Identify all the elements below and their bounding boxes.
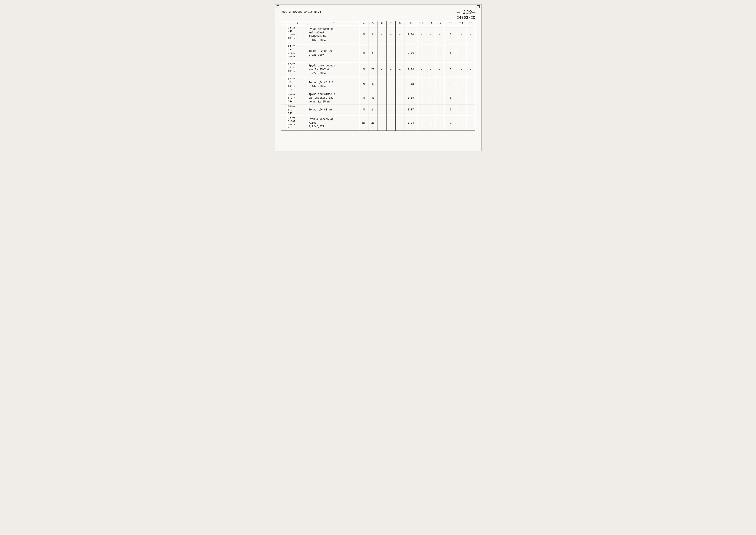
cell-col8-row4: – — [395, 92, 404, 104]
cell-col14-row6: – — [457, 116, 466, 130]
cell-col14-row4: – — [457, 92, 466, 104]
cell-col4-row4: М — [359, 92, 368, 104]
cell-col10-row6: – — [417, 116, 426, 130]
cell-col15-row6: – — [466, 116, 475, 130]
table-row: 24-I6- –49 I–0I3 СЦМ–У т.ч.То же, Р2–ЦА–… — [281, 44, 475, 62]
cell-col9-row4: 0,I5 — [404, 92, 417, 104]
cell-col4-row1: М — [359, 44, 368, 62]
cell-col6-row3: – — [377, 77, 386, 92]
col-header-13: 13 — [444, 21, 457, 26]
cell-col12-row0: – — [435, 26, 444, 44]
cell-col5-row1: 6 — [368, 44, 377, 62]
cell-col14-row1: – — [457, 44, 466, 62]
cell-col12-row6: – — [435, 116, 444, 130]
col-header-9: 9 — [404, 21, 417, 26]
cell-col10-row0: – — [417, 26, 426, 44]
cell-col12-row3: – — [435, 77, 444, 92]
cell-col7-row2: – — [386, 62, 395, 77]
bottom-left-corner — [281, 132, 284, 135]
cell-col11-row0: – — [426, 26, 435, 44]
top-left-corner — [277, 5, 279, 8]
col-header-10: 10 — [417, 21, 426, 26]
cell-col8-row2: – — [395, 62, 404, 77]
cell-col8-row0: – — [395, 26, 404, 44]
cell-col14-row3: – — [457, 77, 466, 92]
cell-col1-row0 — [281, 26, 287, 44]
bottom-right-corner — [473, 132, 475, 135]
cell-col13-row1: 5 — [444, 44, 457, 62]
cell-col11-row6: – — [426, 116, 435, 130]
cell-col1-row3 — [281, 77, 287, 92]
table-row: 24-I6- –49 I–063 СЦМ–У т.ч.Рукав металли… — [281, 26, 475, 44]
cell-ref-row1: 24-I6- –49 I–0I3 СЦМ–У т.ч. — [287, 44, 308, 62]
col-header-5: 5 — [368, 21, 377, 26]
cell-col10-row2: – — [417, 62, 426, 77]
cell-col12-row4: – — [435, 92, 444, 104]
cell-col15-row2: – — [466, 62, 475, 77]
cell-ref-row4: СЦМ–У р.9 п. 544 — [287, 92, 308, 104]
table-row: 24-05 I–86I СЦМ–У т.ч.Стойка кабельная К… — [281, 116, 475, 130]
cell-col7-row4: – — [386, 92, 395, 104]
cell-col1-row1 — [281, 44, 287, 62]
col-header-15: 15 — [466, 21, 475, 26]
cell-col1-row4 — [281, 92, 287, 104]
cell-col10-row3: – — [417, 77, 426, 92]
cell-col12-row5: – — [435, 104, 444, 116]
col-header-14: 14 — [457, 21, 466, 26]
cell-ref-row3: 0I–I3 тб.3.I СЦМ–У т.ч. — [287, 77, 308, 92]
cell-col10-row1: – — [417, 44, 426, 62]
cell-col13-row5: 9 — [444, 104, 457, 116]
cell-col15-row1: – — [466, 44, 475, 62]
col-header-7: 7 — [386, 21, 395, 26]
cell-col1-row2 — [281, 62, 287, 77]
cell-ref-row2: 0I–I3 тб.3.I СЦМ–У т.ч. — [287, 62, 308, 77]
cell-col6-row2: – — [377, 62, 386, 77]
cell-col6-row1: – — [377, 44, 386, 62]
bottom-bar — [281, 132, 475, 135]
cell-col7-row3: – — [386, 77, 395, 92]
cell-desc-row0: Рукав металличес- кий гибкий РЗ-Ц-Х-Ш-20… — [308, 26, 359, 44]
cell-col5-row0: 8 — [368, 26, 377, 44]
cell-col10-row5: – — [417, 104, 426, 116]
cell-desc-row3: То же, Ду 48х2,0 0,44хI,089= — [308, 77, 359, 92]
cell-col9-row6: 0,24 — [404, 116, 417, 130]
cell-desc-row1: То же, Р2–ЦА–20 0,7хI,089= — [308, 44, 359, 62]
cell-col13-row3: 3 — [444, 77, 457, 92]
page: 903-2-30.90. Ал.I5 кн.4 — 239— 24963-20 … — [275, 4, 482, 151]
cell-col9-row3: 0,48 — [404, 77, 417, 92]
cell-col14-row0: – — [457, 26, 466, 44]
cell-col5-row4: 30 — [368, 92, 377, 104]
col-header-3: 3 — [308, 21, 359, 26]
cell-col11-row5: – — [426, 104, 435, 116]
cell-col11-row3: – — [426, 77, 435, 92]
cell-col4-row6: шт — [359, 116, 368, 130]
cell-col9-row5: 0,37 — [404, 104, 417, 116]
cell-col4-row2: М — [359, 62, 368, 77]
cell-col4-row5: М — [359, 104, 368, 116]
cell-col8-row5: – — [395, 104, 404, 116]
cell-col15-row3: – — [466, 77, 475, 92]
cell-ref-row5: СЦМ–У р.9 п. 546 — [287, 104, 308, 116]
cell-col9-row0: 0,20 — [404, 26, 417, 44]
cell-col11-row2: – — [426, 62, 435, 77]
cell-col15-row0: – — [466, 26, 475, 44]
col-header-12: 12 — [435, 21, 444, 26]
cell-col11-row4: – — [426, 92, 435, 104]
col-header-1: 1 — [281, 21, 287, 26]
cell-col6-row6: – — [377, 116, 386, 130]
cell-col13-row6: 7 — [444, 116, 457, 130]
cell-col8-row1: – — [395, 44, 404, 62]
cell-col6-row5: – — [377, 104, 386, 116]
cell-col14-row5: – — [457, 104, 466, 116]
cell-desc-row6: Стойка кабельная КII50 0,22хI,072= — [308, 116, 359, 130]
cell-desc-row5: То же, Ду 40 мм — [308, 104, 359, 116]
cell-col15-row5: – — [466, 104, 475, 116]
cell-ref-row6: 24-05 I–86I СЦМ–У т.ч. — [287, 116, 308, 130]
cell-col4-row3: М — [359, 77, 368, 92]
cell-col8-row3: – — [395, 77, 404, 92]
cell-col13-row0: 2 — [444, 26, 457, 44]
cell-col9-row1: 0,76 — [404, 44, 417, 62]
cell-col5-row6: 28 — [368, 116, 377, 130]
cell-ref-row0: 24-I6- –49 I–063 СЦМ–У т.ч. — [287, 26, 308, 44]
cell-col12-row2: – — [435, 62, 444, 77]
